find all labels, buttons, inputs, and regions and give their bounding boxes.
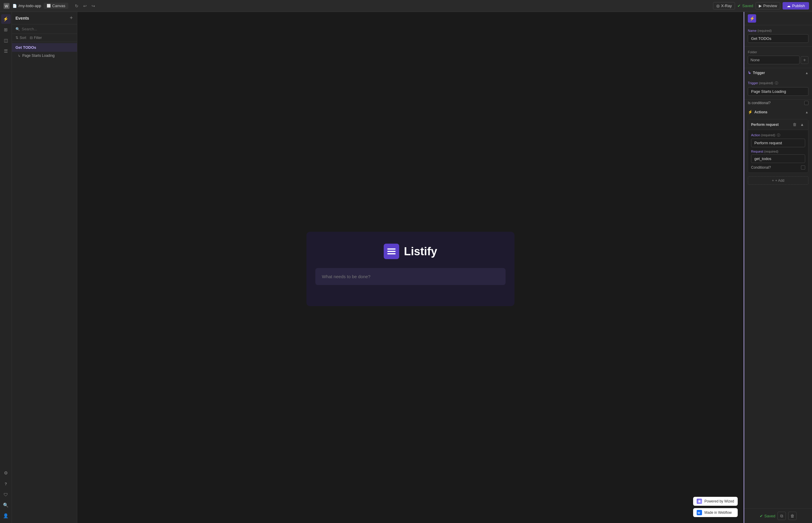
preview-button[interactable]: ▶ Preview — [756, 2, 780, 10]
conditional-checkbox[interactable] — [801, 165, 805, 169]
events-search-bar[interactable]: 🔍 — [12, 24, 77, 34]
sidebar-icon-shield[interactable]: 🛡 — [1, 490, 11, 499]
folder-section: Folder None + — [744, 47, 812, 68]
sidebar-icon-help[interactable]: ? — [1, 479, 11, 488]
action-card-controls: 🗑 ▲ — [792, 122, 805, 127]
trigger-select[interactable]: Page Starts Loading — [748, 87, 808, 96]
is-conditional-checkbox[interactable] — [804, 101, 808, 105]
events-group: Get TODOs ↳ Page Starts Loading — [12, 42, 77, 61]
trigger-section-icon: ↳ — [748, 71, 751, 75]
actions-chevron-icon: ▲ — [805, 110, 808, 114]
right-tab-lightning-icon[interactable]: ⚡ — [748, 14, 756, 23]
powered-by-wized-badge: Powered by Wized — [693, 497, 738, 506]
request-select[interactable]: get_todos — [751, 155, 805, 163]
delete-button[interactable]: 🗑 — [788, 512, 796, 520]
name-label: Name (required) — [748, 29, 808, 32]
action-card: Perform request 🗑 ▲ Action (required) ⓘ … — [748, 119, 808, 173]
canvas-area[interactable]: Listify What needs to be done? Powered b… — [77, 12, 744, 523]
webflow-badge-icon: W — [697, 510, 702, 515]
trigger-field-label: Trigger (required) ⓘ — [748, 81, 808, 85]
sidebar-icon-list[interactable]: ☰ — [1, 47, 11, 56]
sidebar-icon-lightning[interactable]: ⚡ — [1, 14, 11, 24]
saved-check-icon: ✔ — [760, 514, 763, 518]
action-card-collapse-button[interactable]: ▲ — [799, 122, 805, 127]
sidebar-icon-search[interactable]: 🔍 — [1, 500, 11, 510]
add-action-button[interactable]: + + Add — [748, 176, 808, 185]
conditional-label: Conditional? — [751, 165, 771, 169]
preview-icon: ▶ — [759, 4, 762, 8]
topbar: W 📄 /my-todo-app ⬜ Canvas ↻ ↩ ↪ ◎ X-Ray … — [0, 0, 812, 12]
action-field-label: Action (required) ⓘ — [751, 133, 805, 138]
events-panel: Events + 🔍 ⇅ Sort ⊟ Filter Get TODOs ↳ P… — [12, 12, 77, 523]
name-section: Name (required) — [744, 25, 812, 47]
folder-select-row: None + — [748, 56, 808, 64]
app-logo-icon — [384, 244, 399, 259]
sidebar-icon-user[interactable]: 👤 — [1, 511, 11, 521]
sidebar-icon-layers[interactable]: ◫ — [1, 36, 11, 45]
xray-button[interactable]: ◎ X-Ray — [713, 2, 735, 10]
app-logo: W — [3, 2, 10, 10]
actions-section-icon: ⚡ — [748, 110, 753, 114]
action-card-delete-button[interactable]: 🗑 — [792, 122, 798, 127]
actions-section-title: ⚡ Actions — [748, 110, 768, 114]
canvas-content: Listify What needs to be done? — [306, 232, 514, 306]
action-info-icon: ⓘ — [777, 133, 780, 137]
search-icon: 🔍 — [16, 27, 20, 31]
app-logo-row: Listify — [384, 244, 437, 259]
events-title: Events — [16, 16, 29, 20]
action-card-title: Perform request — [751, 123, 779, 127]
request-field-label: Request (required) — [751, 150, 805, 153]
icon-sidebar: ⚡ ⊞ ◫ ☰ ⚙ ? 🛡 🔍 👤 — [0, 12, 12, 523]
topbar-right: ◎ X-Ray ✔ Saved ▶ Preview ☁ Publish — [713, 2, 809, 10]
app-name: Listify — [404, 245, 437, 258]
todo-input-preview: What needs to be done? — [315, 268, 506, 285]
name-input[interactable] — [748, 34, 808, 43]
sidebar-icon-settings[interactable]: ⚙ — [1, 468, 11, 478]
filter-icon: ⊟ — [30, 36, 33, 40]
sidebar-icon-add-element[interactable]: ⊞ — [1, 25, 11, 35]
action-select[interactable]: Perform request — [751, 139, 805, 147]
conditional-row: Conditional? — [751, 165, 805, 169]
events-group-get-todos[interactable]: Get TODOs — [12, 43, 77, 52]
is-conditional-label: Is conditional? — [748, 101, 771, 105]
wized-badge-icon — [697, 499, 702, 504]
trigger-section-title: ↳ Trigger — [748, 71, 765, 75]
events-sub-page-starts-loading[interactable]: ↳ Page Starts Loading — [12, 52, 77, 59]
xray-icon: ◎ — [716, 4, 720, 8]
sort-icon: ⇅ — [16, 36, 18, 40]
events-add-button[interactable]: + — [69, 15, 73, 21]
saved-status: ✔ Saved — [760, 514, 775, 518]
redo-button[interactable]: ↪ — [90, 2, 97, 10]
saved-badge: ✔ Saved — [737, 4, 753, 8]
filter-button[interactable]: ⊟ Filter — [30, 36, 42, 40]
folder-label: Folder — [748, 50, 808, 54]
svg-rect-2 — [387, 248, 396, 250]
copy-button[interactable]: ⧉ — [777, 512, 786, 520]
refresh-button[interactable]: ↻ — [73, 2, 80, 10]
made-in-webflow-text: Made in Webflow — [704, 510, 732, 515]
trigger-section-header[interactable]: ↳ Trigger ▲ — [744, 68, 812, 77]
sort-button[interactable]: ⇅ Sort — [16, 36, 26, 40]
request-field: Request (required) get_todos — [751, 150, 805, 163]
topbar-actions: ↻ ↩ ↪ — [73, 2, 97, 10]
actions-section-header[interactable]: ⚡ Actions ▲ — [744, 107, 812, 116]
publish-icon: ☁ — [787, 4, 791, 8]
powered-badges: Powered by Wized W Made in Webflow — [693, 497, 738, 517]
undo-button[interactable]: ↩ — [81, 2, 89, 10]
folder-add-button[interactable]: + — [801, 56, 808, 64]
add-icon: + — [772, 179, 774, 183]
search-input[interactable] — [22, 27, 73, 31]
svg-text:W: W — [5, 4, 8, 8]
trigger-chevron-icon: ▲ — [805, 71, 808, 75]
file-name[interactable]: 📄 /my-todo-app — [13, 4, 41, 8]
events-header: Events + — [12, 12, 77, 24]
svg-point-6 — [698, 500, 700, 502]
events-filter-row: ⇅ Sort ⊟ Filter — [12, 34, 77, 42]
publish-button[interactable]: ☁ Publish — [782, 2, 809, 10]
made-in-webflow-badge: W Made in Webflow — [693, 508, 738, 517]
right-panel-tab-bar: ⚡ — [744, 12, 812, 25]
canvas-tab[interactable]: ⬜ Canvas — [44, 3, 68, 9]
saved-check-icon: ✔ — [737, 4, 741, 8]
folder-select[interactable]: None — [748, 56, 799, 64]
trigger-info-icon: ⓘ — [775, 81, 778, 85]
